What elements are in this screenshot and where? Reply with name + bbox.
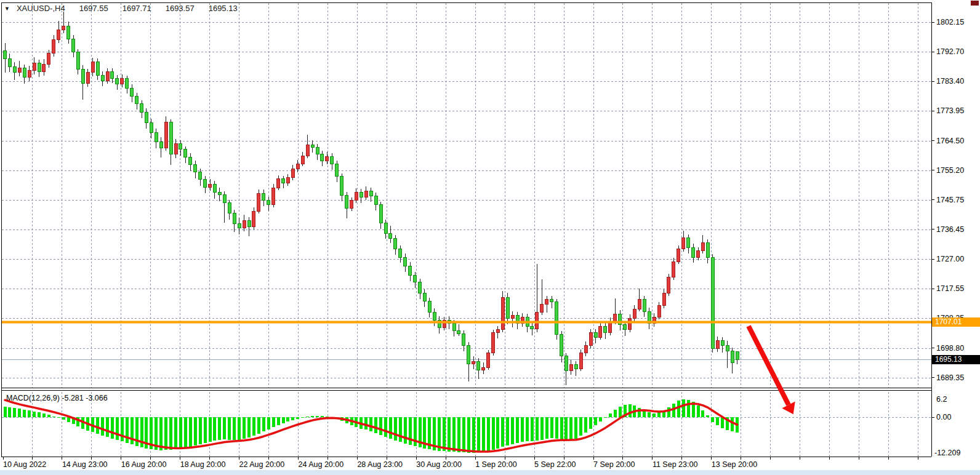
macd-histogram-bar bbox=[604, 417, 607, 418]
macd-histogram-bar bbox=[443, 417, 446, 451]
candle-bearish bbox=[204, 180, 207, 187]
macd-histogram-bar bbox=[301, 417, 304, 418]
macd-histogram-bar bbox=[291, 417, 294, 420]
candle-bullish bbox=[47, 54, 50, 64]
candle-bearish bbox=[194, 164, 197, 172]
macd-histogram-bar bbox=[672, 404, 675, 417]
candle-bullish bbox=[306, 145, 309, 156]
candle-bullish bbox=[301, 156, 304, 164]
macd-histogram-bar bbox=[399, 417, 402, 442]
macd-histogram-bar bbox=[731, 417, 734, 431]
candle-bearish bbox=[316, 148, 319, 154]
candle-bullish bbox=[106, 72, 109, 81]
candle-bullish bbox=[492, 333, 495, 353]
macd-histogram-bar bbox=[277, 417, 280, 425]
candle-bearish bbox=[179, 144, 182, 150]
macd-histogram-bar bbox=[257, 417, 260, 434]
candle-bearish bbox=[604, 327, 607, 333]
macd-histogram-bar bbox=[404, 417, 407, 444]
macd-histogram-bar bbox=[238, 417, 241, 440]
candle-bullish bbox=[472, 361, 475, 364]
candle-bearish bbox=[560, 334, 563, 356]
window-bottom-strip bbox=[0, 470, 980, 475]
candle-bullish bbox=[536, 312, 539, 329]
macd-histogram-bar bbox=[619, 407, 622, 417]
macd-histogram-bar bbox=[306, 417, 309, 417]
candle-bullish bbox=[326, 156, 329, 161]
candle-bearish bbox=[414, 276, 417, 282]
candle-bullish bbox=[42, 64, 46, 71]
candle-bullish bbox=[482, 367, 485, 370]
macd-histogram-bar bbox=[629, 404, 632, 417]
candle-bearish bbox=[140, 104, 143, 112]
candle-bearish bbox=[262, 193, 265, 200]
candle-bullish bbox=[584, 345, 587, 353]
candle-bearish bbox=[409, 266, 412, 275]
macd-histogram-bar bbox=[159, 417, 163, 450]
macd-histogram-bar bbox=[667, 407, 670, 417]
candle-bullish bbox=[569, 364, 572, 370]
candle-bullish bbox=[296, 164, 299, 169]
candle-bearish bbox=[692, 248, 695, 257]
candle-bullish bbox=[579, 353, 582, 369]
macd-histogram-bar bbox=[209, 417, 212, 442]
macd-histogram-bar bbox=[62, 417, 65, 420]
macd-histogram-bar bbox=[589, 417, 592, 429]
candle-bearish bbox=[394, 238, 397, 249]
macd-histogram-bar bbox=[653, 413, 656, 417]
candle-bearish bbox=[433, 312, 436, 320]
candle-bullish bbox=[672, 261, 675, 277]
macd-histogram-bar bbox=[369, 417, 372, 431]
macd-histogram-bar bbox=[184, 417, 187, 447]
macd-histogram-bar bbox=[511, 417, 514, 444]
macd-histogram-bar bbox=[687, 400, 690, 418]
macd-histogram-bar bbox=[121, 417, 124, 441]
candle-bearish bbox=[111, 72, 114, 79]
candle-bearish bbox=[228, 203, 231, 213]
macd-histogram-bar bbox=[487, 417, 490, 451]
macd-histogram-bar bbox=[394, 417, 397, 441]
macd-histogram-bar bbox=[438, 417, 441, 451]
candle-bearish bbox=[594, 333, 597, 337]
candle-bullish bbox=[243, 221, 246, 228]
candle-bearish bbox=[169, 122, 172, 154]
candle-bullish bbox=[209, 184, 212, 187]
candle-bullish bbox=[682, 238, 685, 249]
candle-bearish bbox=[38, 63, 41, 71]
macd-histogram-bar bbox=[179, 417, 182, 448]
macd-histogram-bar bbox=[213, 417, 216, 441]
macd-histogram-bar bbox=[506, 417, 509, 445]
macd-histogram-bar bbox=[374, 417, 377, 433]
macd-histogram-bar bbox=[384, 417, 387, 437]
candle-bearish bbox=[335, 164, 339, 176]
indicator-signal-value: -3.066 bbox=[86, 394, 107, 402]
macd-histogram-bar bbox=[52, 417, 55, 417]
candle-bearish bbox=[331, 156, 334, 164]
macd-histogram-bar bbox=[555, 417, 558, 439]
candle-bullish bbox=[716, 340, 719, 348]
symbol-dropdown-icon[interactable]: ▼ bbox=[4, 6, 10, 12]
macd-histogram-bar bbox=[579, 417, 582, 436]
candle-bearish bbox=[199, 172, 202, 180]
candle-bullish bbox=[291, 169, 294, 178]
macd-histogram-bar bbox=[550, 417, 553, 438]
candle-bearish bbox=[13, 67, 16, 73]
macd-histogram-bar bbox=[218, 417, 221, 440]
macd-histogram-bar bbox=[536, 417, 539, 441]
macd-histogram-bar bbox=[711, 417, 714, 422]
macd-histogram-bar bbox=[28, 410, 31, 417]
macd-histogram-bar bbox=[526, 417, 529, 441]
macd-histogram-bar bbox=[472, 417, 475, 453]
ohlc-high: 1697.71 bbox=[122, 4, 151, 13]
chart-canvas[interactable] bbox=[0, 0, 980, 475]
candle-bearish bbox=[721, 340, 724, 345]
macd-histogram-bar bbox=[560, 417, 563, 439]
macd-histogram-bar bbox=[540, 417, 544, 440]
indicator-name: MACD(12,26,9) bbox=[6, 394, 60, 402]
candle-bearish bbox=[233, 213, 236, 223]
candle-bearish bbox=[384, 223, 387, 233]
macd-histogram-bar bbox=[492, 417, 495, 450]
candle-bearish bbox=[321, 154, 324, 161]
candle-bullish bbox=[662, 293, 665, 305]
candle-bearish bbox=[238, 224, 241, 228]
